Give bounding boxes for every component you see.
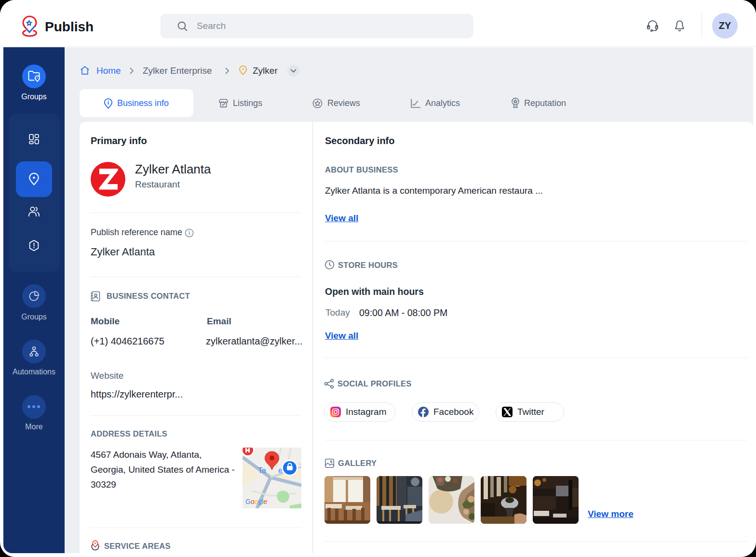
svg-text:Ta: Ta bbox=[258, 466, 266, 475]
svg-text:Google: Google bbox=[245, 498, 267, 505]
